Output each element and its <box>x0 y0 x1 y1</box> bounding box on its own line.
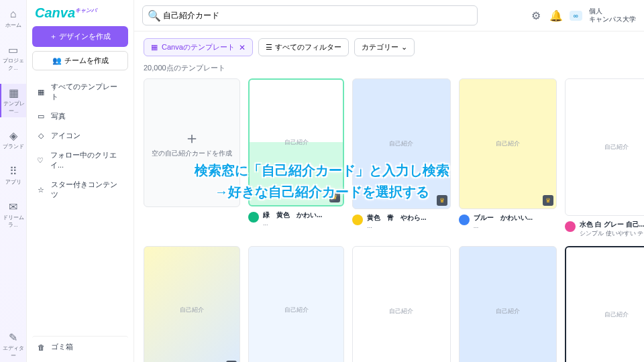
template-card[interactable]: 自己紹介ップ カジュ...ークシート <box>248 246 344 362</box>
edit-icon: ✎ <box>7 331 19 343</box>
nav-all-templates[interactable]: ▦すべてのテンプレート <box>32 77 128 107</box>
trash-icon: 🗑 <box>36 343 46 352</box>
crown-icon: ♛ <box>329 192 340 202</box>
rail-templates[interactable]: ▦テンプレー... <box>0 84 26 117</box>
topbar: 🔍 ⚙ 🔔 ∞ 個人 キャンパス大学 <box>134 0 644 32</box>
card-meta: 緑 黄色 かわい...... <box>248 210 344 227</box>
settings-icon[interactable]: ⚙ <box>529 9 543 22</box>
grid-icon: ▦ <box>36 87 46 97</box>
template-card[interactable]: 自己紹介黒白 シンプル 顔 シュー...⬇冬テンプレ増量中⬇あやか＠... <box>565 246 644 362</box>
template-thumb[interactable]: 自己紹介♛ <box>459 78 557 209</box>
image-icon: ▭ <box>36 112 46 121</box>
search-icon: 🔍 <box>148 9 161 22</box>
template-thumb[interactable]: 自己紹介♛ <box>144 246 240 362</box>
template-thumb[interactable]: 自己紹介 <box>565 246 644 362</box>
card-subtitle: ... <box>474 223 557 229</box>
avatar <box>248 212 259 223</box>
empty-card[interactable]: ＋空の自己紹介カードを作成 <box>144 78 240 238</box>
home-icon: ⌂ <box>7 8 19 20</box>
template-thumb[interactable]: 自己紹介 <box>459 246 557 362</box>
brand-icon: ◈ <box>7 129 19 141</box>
chevron-down-icon: ⌄ <box>401 43 407 52</box>
card-title: 緑 黄色 かわい... <box>263 210 344 220</box>
nav-following[interactable]: ♡フォロー中のクリエイ... <box>32 145 128 175</box>
template-thumb[interactable]: 自己紹介♛ <box>352 246 451 362</box>
account-menu[interactable]: 個人 キャンパス大学 <box>589 7 636 23</box>
pro-badge[interactable]: ∞ <box>570 11 582 21</box>
icon-rail: ⌂ホーム ▭プロジェク... ▦テンプレー... ◈ブランド ⠿アプリ ✉ドリー… <box>0 0 27 362</box>
card-meta: 水色 白 グレー 自己...シンプル 使いやすい テンプレ... <box>565 220 644 238</box>
filter-icon: ☰ <box>266 43 272 52</box>
template-thumb[interactable]: 自己紹介 <box>248 246 344 362</box>
nav-trash[interactable]: 🗑ゴミ箱 <box>32 336 128 357</box>
rail-editor[interactable]: ✎エディター <box>0 328 26 362</box>
template-thumb[interactable]: 自己紹介♛ <box>352 78 451 209</box>
shapes-icon: ◇ <box>36 131 46 141</box>
category-dropdown[interactable]: カテゴリー⌄ <box>354 38 415 56</box>
plus-icon: ＋ <box>184 127 200 149</box>
result-count: 20,000点のテンプレート <box>134 63 644 78</box>
create-design-button[interactable]: ＋ デザインを作成 <box>32 26 128 47</box>
card-title: 黄色 青 やわら... <box>367 213 451 223</box>
crown-icon: ♛ <box>543 195 553 206</box>
sidebar: Canvaキャンバ ＋ デザインを作成 👥チームを作成 ▦すべてのテンプレート … <box>27 0 134 362</box>
nav-photos[interactable]: ▭写真 <box>32 107 128 126</box>
crown-icon: ♛ <box>437 195 447 206</box>
all-filters-button[interactable]: ☰すべてのフィルター <box>258 38 349 56</box>
card-subtitle: ... <box>367 223 451 229</box>
nav-starred[interactable]: ☆スター付きコンテンツ <box>32 175 128 204</box>
heart-icon: ♡ <box>36 156 45 165</box>
card-subtitle: シンプル 使いやすい テンプレ... <box>580 229 644 238</box>
team-icon: 👥 <box>52 56 62 65</box>
template-card[interactable]: 自己紹介♛黄色 青 やわら...... <box>352 78 451 238</box>
search-input[interactable] <box>142 5 478 25</box>
avatar <box>352 215 363 225</box>
card-title: 水色 白 グレー 自己... <box>580 220 644 229</box>
bell-icon[interactable]: 🔔 <box>549 9 563 22</box>
create-team-button[interactable]: 👥チームを作成 <box>32 51 128 70</box>
template-icon: ▦ <box>151 43 158 52</box>
template-icon: ▦ <box>8 86 20 99</box>
rail-projects[interactable]: ▭プロジェク... <box>0 41 26 74</box>
template-thumb[interactable]: 自己紹介♛ <box>248 78 344 206</box>
template-card[interactable]: 自己紹介♛ブルー イエロー...... <box>144 246 240 362</box>
nav-icons[interactable]: ◇アイコン <box>32 126 128 145</box>
template-card[interactable]: 自己紹介♛緑 黄色 かわい...... <box>248 78 344 238</box>
logo: Canvaキャンバ <box>32 5 128 26</box>
apps-icon: ⠿ <box>7 165 19 177</box>
template-card[interactable]: 自己紹介水色 白 グレー 自己...シンプル 使いやすい テンプレ... <box>565 78 644 238</box>
chat-icon: ✉ <box>7 200 19 213</box>
folder-icon: ▭ <box>7 44 19 56</box>
template-card[interactable]: 自己紹介♛グレー ダークブルー ...Canva Creative Studio… <box>352 246 451 362</box>
template-grid: ＋空の自己紹介カードを作成 自己紹介♛緑 黄色 かわい......自己紹介♛黄色… <box>134 78 644 362</box>
rail-home[interactable]: ⌂ホーム <box>0 5 26 32</box>
rail-brand[interactable]: ◈ブランド <box>0 127 26 153</box>
close-icon[interactable]: ✕ <box>239 43 246 52</box>
search-wrap: 🔍 <box>142 5 478 25</box>
avatar <box>459 215 470 225</box>
template-card[interactable]: 自己紹介青 白 シンプル 自己...みなみ｜ビジネス向けのオー... <box>459 246 557 362</box>
card-meta: 黄色 青 やわら...... <box>352 213 451 229</box>
rail-apps[interactable]: ⠿アプリ <box>0 162 26 188</box>
card-subtitle: ... <box>263 220 344 227</box>
card-title: ブルー かわいい... <box>474 213 557 223</box>
filters-row: ▦ Canvaのテンプレート ✕ ☰すべてのフィルター カテゴリー⌄ <box>134 32 644 63</box>
template-card[interactable]: 自己紹介♛ブルー かわいい...... <box>459 78 557 238</box>
star-icon: ☆ <box>36 185 46 194</box>
filter-chip-canva[interactable]: ▦ Canvaのテンプレート ✕ <box>144 38 253 56</box>
template-thumb[interactable]: 自己紹介 <box>565 78 644 216</box>
card-meta: ブルー かわいい...... <box>459 213 557 229</box>
main: 🔍 ⚙ 🔔 ∞ 個人 キャンパス大学 ▦ Canvaのテンプレート ✕ ☰すべて… <box>134 0 644 362</box>
avatar <box>565 221 576 232</box>
rail-dream[interactable]: ✉ドリームラ... <box>0 198 26 231</box>
